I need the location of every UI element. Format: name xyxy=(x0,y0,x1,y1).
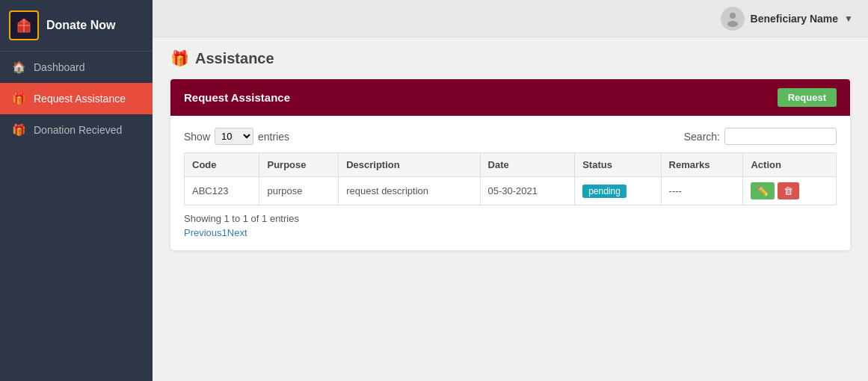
footer-text: Showing 1 to 1 of 1 entries xyxy=(184,213,837,224)
col-code: Code xyxy=(185,153,259,177)
sidebar-item-dashboard-label: Dashboard xyxy=(34,61,85,73)
table-header-row: Code Purpose Description Date Status Rem… xyxy=(185,153,837,177)
app-logo-icon xyxy=(9,10,39,40)
col-action: Action xyxy=(743,153,837,177)
assistance-table: Code Purpose Description Date Status Rem… xyxy=(184,152,837,205)
svg-point-6 xyxy=(727,21,738,27)
edit-button[interactable]: ✏️ xyxy=(751,182,775,199)
entries-select[interactable]: 10 25 50 100 xyxy=(215,128,253,145)
col-date: Date xyxy=(480,153,575,177)
cell-purpose: purpose xyxy=(259,177,339,205)
app-name: Donate Now xyxy=(46,19,115,32)
main-area: Beneficiary Name ▼ 🎁 Assistance Request … xyxy=(153,0,868,381)
sidebar-item-request-assistance[interactable]: 🎁 Request Assistance xyxy=(0,83,153,114)
sidebar-item-donation-received-label: Donation Recieved xyxy=(34,124,122,136)
sidebar-logo: Donate Now xyxy=(0,0,153,52)
table-footer: Showing 1 to 1 of 1 entries Previous 1 N… xyxy=(184,213,837,238)
show-entries-control: Show 10 25 50 100 entries xyxy=(184,128,289,145)
cell-status: pending xyxy=(575,177,661,205)
request-button[interactable]: Request xyxy=(778,88,837,107)
content-area: 🎁 Assistance Request Assistance Request … xyxy=(153,37,868,381)
entries-label: entries xyxy=(258,131,289,143)
card-body: Show 10 25 50 100 entries Search: xyxy=(170,116,850,250)
pagination-page-1[interactable]: 1 xyxy=(222,227,227,238)
search-input[interactable] xyxy=(724,128,837,145)
card-header-title: Request Assistance xyxy=(184,91,290,104)
cell-remarks: ---- xyxy=(661,177,743,205)
cell-code: ABC123 xyxy=(185,177,259,205)
col-description: Description xyxy=(339,153,480,177)
request-assistance-card: Request Assistance Request Show 10 25 50… xyxy=(170,79,850,250)
table-body: ABC123 purpose request description 05-30… xyxy=(185,177,837,205)
col-status: Status xyxy=(575,153,661,177)
user-menu[interactable]: Beneficiary Name ▼ xyxy=(721,7,853,31)
pagination: Previous 1 Next xyxy=(184,227,837,238)
sidebar: Donate Now 🏠 Dashboard 🎁 Request Assista… xyxy=(0,0,153,381)
dashboard-icon: 🏠 xyxy=(12,61,26,74)
sidebar-item-donation-received[interactable]: 🎁 Donation Recieved xyxy=(0,114,153,146)
pagination-next[interactable]: Next xyxy=(227,227,247,238)
user-dropdown-arrow: ▼ xyxy=(844,13,853,24)
col-remarks: Remarks xyxy=(661,153,743,177)
action-buttons: ✏️ 🗑 xyxy=(751,182,828,199)
svg-point-5 xyxy=(730,13,736,19)
cell-date: 05-30-2021 xyxy=(480,177,575,205)
delete-button[interactable]: 🗑 xyxy=(778,182,799,199)
sidebar-item-request-assistance-label: Request Assistance xyxy=(34,93,126,105)
page-title-icon: 🎁 xyxy=(170,49,189,67)
cell-description: request description xyxy=(339,177,480,205)
pagination-previous[interactable]: Previous xyxy=(184,227,222,238)
search-label: Search: xyxy=(684,131,720,143)
search-area: Search: xyxy=(684,128,837,145)
avatar xyxy=(721,7,745,31)
donation-received-icon: 🎁 xyxy=(12,123,26,137)
sidebar-item-dashboard[interactable]: 🏠 Dashboard xyxy=(0,52,153,83)
status-badge: pending xyxy=(582,185,627,198)
cell-action: ✏️ 🗑 xyxy=(743,177,837,205)
topbar: Beneficiary Name ▼ xyxy=(153,0,868,37)
col-purpose: Purpose xyxy=(259,153,339,177)
card-header: Request Assistance Request xyxy=(170,79,850,116)
table-controls: Show 10 25 50 100 entries Search: xyxy=(184,128,837,145)
table-header: Code Purpose Description Date Status Rem… xyxy=(185,153,837,177)
show-label: Show xyxy=(184,131,210,143)
user-name: Beneficiary Name xyxy=(751,13,839,25)
page-title: 🎁 Assistance xyxy=(170,49,850,67)
table-row: ABC123 purpose request description 05-30… xyxy=(185,177,837,205)
request-assistance-icon: 🎁 xyxy=(12,92,26,105)
page-title-text: Assistance xyxy=(195,50,274,67)
